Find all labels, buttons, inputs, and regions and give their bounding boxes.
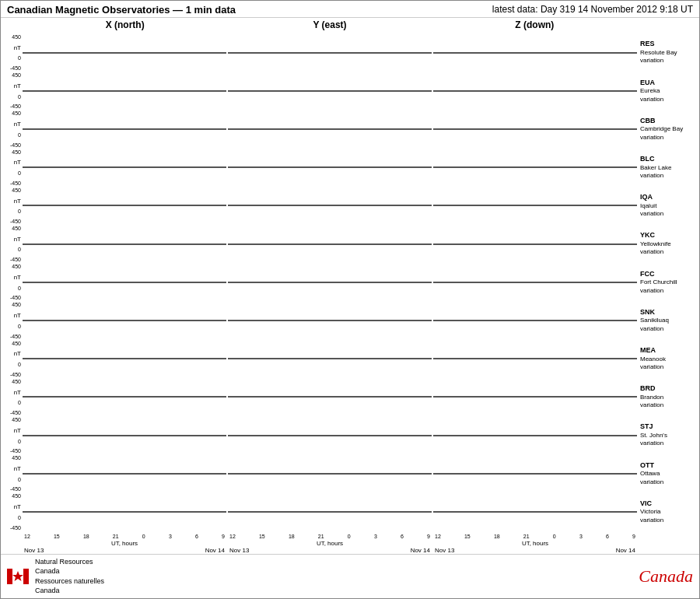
svg-rect-39 <box>7 569 12 584</box>
panel-x-mea <box>23 358 226 359</box>
panel-y-ykc <box>228 243 432 245</box>
panel-x-blc <box>23 166 226 168</box>
panel-y-eua <box>228 90 432 92</box>
x-tick: 12 <box>24 534 30 539</box>
x-axis-label: UT, hours <box>522 540 548 547</box>
x-date-right: Nov 14 <box>411 547 430 554</box>
x-tick: 15 <box>464 534 471 539</box>
y-axis-label: 450 nT 0 -450 <box>1 417 23 454</box>
col-z-label: Z (down) <box>432 19 637 31</box>
panel-y-vic <box>228 511 432 513</box>
y-axis-label: 450 nT 0 -450 <box>1 187 23 224</box>
x-tick: 21 <box>523 534 530 539</box>
station-label-vic: VICVictoriavariation <box>637 499 699 524</box>
org-en2: Canada <box>35 567 60 575</box>
footer: Natural Resources Canada Ressources natu… <box>1 554 699 598</box>
y-axis-label: 450 nT 0 -450 <box>1 34 23 71</box>
panel-z-eua <box>433 90 637 92</box>
x-tick: 3 <box>169 534 172 539</box>
panels-res <box>23 52 637 54</box>
panel-y-iqa <box>228 205 432 206</box>
chart-row-iqa: 450 nT 0 -450 IQAIqaluitvariation <box>1 187 699 224</box>
x-date-right: Nov 14 <box>205 547 225 554</box>
y-axis-label: 450 nT 0 -450 <box>1 72 23 109</box>
panels-snk <box>23 320 637 321</box>
panel-x-stj <box>23 435 226 436</box>
x-tick: 9 <box>427 534 430 539</box>
panels-stj <box>23 435 637 436</box>
y-axis-label: 450 nT 0 -450 <box>1 455 23 492</box>
x-tick: 12 <box>435 534 441 539</box>
panel-z-ykc <box>433 243 637 245</box>
panel-z-iqa <box>433 205 637 206</box>
panel-y-res <box>228 52 432 54</box>
x-axis-panels: 121518210369UT, hoursNov 13Nov 141215182… <box>23 534 637 554</box>
panel-z-cbb <box>433 128 637 130</box>
panels-mea <box>23 358 637 359</box>
footer-text: Natural Resources Canada Ressources natu… <box>35 557 104 596</box>
station-label-cbb: CBBCambridge Bayvariation <box>637 117 699 142</box>
y-axis-label: 450 nT 0 -450 <box>1 341 23 377</box>
panel-y-blc <box>228 166 432 168</box>
x-axis-panel-z: 121518210369UT, hoursNov 13Nov 14 <box>433 534 637 554</box>
panels-eua <box>23 90 637 92</box>
station-label-brd: BRDBrandonvariation <box>637 384 699 409</box>
panel-x-res <box>23 52 226 54</box>
x-axis-label: UT, hours <box>111 540 138 547</box>
panel-x-fcc <box>23 282 226 283</box>
chart-row-cbb: 450 nT 0 -450 CBBCambridge Bayvariation <box>1 110 699 147</box>
x-tick: 9 <box>222 534 225 539</box>
x-tick: 6 <box>401 534 404 539</box>
panel-z-stj <box>433 435 637 436</box>
panels-ykc <box>23 243 637 245</box>
panel-x-brd <box>23 396 226 398</box>
y-axis-label: 450 nT 0 -450 <box>1 264 23 300</box>
chart-row-snk: 450 nT 0 -450 SNKSanikiluaqvariation <box>1 302 699 338</box>
x-date-right: Nov 14 <box>616 547 635 554</box>
x-axis-panel-x: 121518210369UT, hoursNov 13Nov 14 <box>23 534 226 554</box>
panels-blc <box>23 166 637 168</box>
y-axis-label: 450 nT 0 -450 <box>1 226 23 262</box>
panels-ott <box>23 473 637 475</box>
chart-row-stj: 450 nT 0 -450 STJSt. John'svariation <box>1 417 699 454</box>
panel-x-snk <box>23 320 226 321</box>
col-x-label: X (north) <box>23 19 227 31</box>
station-label-eua: EUAEurekavariation <box>637 79 699 103</box>
x-tick: 21 <box>318 534 324 539</box>
svg-rect-41 <box>23 569 29 584</box>
chart-row-vic: 450 nT 0 -450 VICVictoriavariation <box>1 493 699 530</box>
chart-row-res: 450 nT 0 -450 RESResolute Bayvariation <box>1 34 699 71</box>
panel-z-res <box>433 52 637 54</box>
footer-left: Natural Resources Canada Ressources natu… <box>7 557 104 596</box>
org-en: Natural Resources <box>35 558 93 566</box>
panel-z-mea <box>433 358 637 359</box>
station-label-iqa: IQAIqaluitvariation <box>637 193 699 218</box>
x-tick: 3 <box>579 534 583 539</box>
panel-x-ott <box>23 473 226 475</box>
main-container: Canadian Magnetic Observatories — 1 min … <box>0 0 700 599</box>
panel-y-stj <box>228 435 432 436</box>
panel-y-ott <box>228 473 432 475</box>
panel-z-blc <box>433 166 637 168</box>
station-label-ott: OTTOttawavariation <box>637 461 699 486</box>
panel-z-ott <box>433 473 637 475</box>
panel-x-iqa <box>23 205 226 206</box>
station-label-res: RESResolute Bayvariation <box>637 40 699 65</box>
x-tick: 0 <box>348 534 351 539</box>
station-label-stj: STJSt. John'svariation <box>637 422 699 447</box>
org-fr: Ressources naturelles <box>35 577 104 585</box>
x-date-left: Nov 13 <box>24 547 44 554</box>
canada-wordmark: Canada <box>639 566 693 587</box>
x-tick: 15 <box>54 534 60 539</box>
y-axis-label: 450 nT 0 -450 <box>1 379 23 415</box>
x-tick: 3 <box>374 534 377 539</box>
station-label-ykc: YKCYellowknifevariation <box>637 231 699 256</box>
y-axis-label: 450 nT 0 -450 <box>1 493 23 530</box>
x-tick: 9 <box>632 534 635 539</box>
x-axis-label: UT, hours <box>317 540 343 547</box>
panel-y-fcc <box>228 282 432 283</box>
y-axis-label: 450 nT 0 -450 <box>1 110 23 147</box>
header: Canadian Magnetic Observatories — 1 min … <box>1 1 699 18</box>
panel-z-brd <box>433 396 637 398</box>
chart-row-ykc: 450 nT 0 -450 YKCYellowknifevariation <box>1 226 699 262</box>
